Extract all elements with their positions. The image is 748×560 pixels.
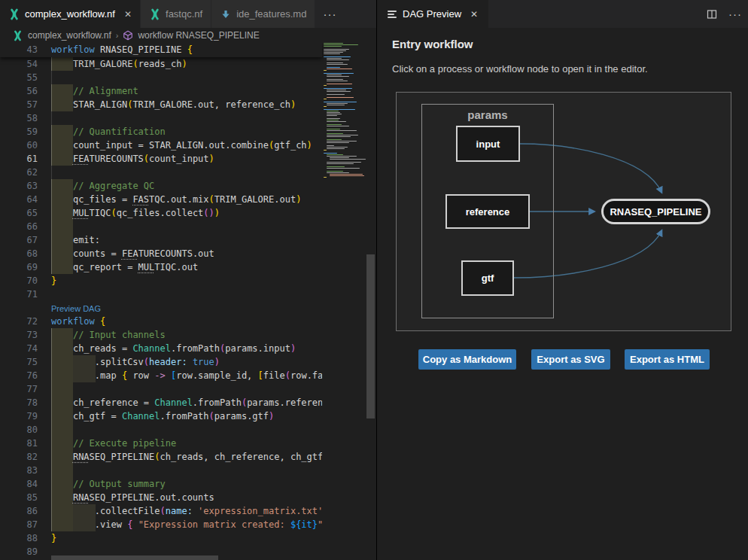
indent-guide: [51, 423, 52, 437]
minimap-line: [327, 142, 349, 143]
code-line[interactable]: 57 STAR_ALIGN(TRIM_GALORE.out, reference…: [0, 98, 322, 111]
minimap-line: [327, 121, 346, 122]
code-line[interactable]: 66: [0, 220, 322, 233]
panel-description: Click on a process or workflow node to o…: [392, 63, 648, 75]
indent-guide: [51, 71, 52, 84]
code-line[interactable]: 61 FEATURECOUNTS(count_input): [0, 152, 322, 166]
line-number: 65: [0, 206, 38, 220]
code-line[interactable]: 79 ch_gtf = Channel.fromPath(params.gtf): [0, 409, 322, 423]
line-number: 70: [0, 274, 38, 288]
breadcrumb: complex_workflow.nf › workflow RNASEQ_PI…: [0, 28, 376, 43]
node-reference[interactable]: reference: [445, 194, 530, 229]
code-line[interactable]: 68 counts = FEATURECOUNTS.out: [0, 247, 322, 260]
export-as-svg-button[interactable]: Export as SVG: [531, 349, 610, 370]
minimap-line: [327, 91, 351, 92]
tab-ide-features[interactable]: ide_features.md: [211, 0, 315, 28]
code-line[interactable]: 56 // Alignment: [0, 84, 322, 98]
code-line[interactable]: 73 // Input channels: [0, 328, 322, 342]
minimap[interactable]: [324, 43, 366, 560]
line-number: 83: [0, 464, 38, 477]
tab-dag-preview[interactable]: DAG Preview ✕: [377, 0, 488, 28]
breadcrumb-symbol[interactable]: workflow RNASEQ_PIPELINE: [138, 30, 259, 41]
code-line[interactable]: 58: [0, 111, 322, 125]
code-line[interactable]: 63 // Aggregate QC: [0, 179, 322, 193]
code-line[interactable]: 54 TRIM_GALORE(reads_ch): [0, 57, 322, 71]
tab-label: ide_features.md: [236, 8, 306, 20]
line-number: 80: [0, 423, 38, 437]
code-editor[interactable]: 54 TRIM_GALORE(reads_ch)5556 // Alignmen…: [0, 43, 376, 560]
code-line[interactable]: 86 .collectFile(name: 'expression_matrix…: [0, 504, 322, 518]
minimap-line: [324, 53, 340, 54]
minimap-line: [324, 46, 342, 47]
code-line[interactable]: 75 .splitCsv(header: true): [0, 355, 322, 369]
code-line[interactable]: 69 qc_report = MULTIQC.out: [0, 260, 322, 274]
minimap-line: [327, 64, 348, 65]
horizontal-scrollbar[interactable]: [51, 555, 218, 560]
close-icon[interactable]: ✕: [124, 9, 132, 20]
code-line[interactable]: 74 ch_reads = Channel.fromPath(params.in…: [0, 342, 322, 355]
node-input[interactable]: input: [456, 126, 520, 162]
dag-preview-panel: DAG Preview ✕ ··· Entry workflow Click o…: [377, 0, 748, 560]
code-line[interactable]: 55: [0, 71, 322, 84]
indent-highlight: [51, 220, 73, 233]
code-line[interactable]: 82 RNASEQ_PIPELINE(ch_reads, ch_referenc…: [0, 450, 322, 464]
nextflow-icon: [12, 30, 23, 41]
minimap-line: [324, 99, 327, 99]
indent-guide: [51, 111, 52, 125]
line-number: 63: [0, 179, 38, 193]
line-number: 73: [0, 328, 38, 342]
copy-as-markdown-button[interactable]: Copy as Markdown: [418, 349, 516, 370]
code-line[interactable]: 84 // Output summary: [0, 477, 322, 491]
close-icon[interactable]: ✕: [470, 9, 478, 20]
code-line[interactable]: 70}: [0, 274, 322, 288]
code-line[interactable]: 78 ch_reference = Channel.fromPath(param…: [0, 396, 322, 409]
line-number: 68: [0, 247, 38, 260]
code-line[interactable]: 67 emit:: [0, 233, 322, 247]
code-line[interactable]: 72workflow {: [0, 315, 322, 328]
export-as-html-button[interactable]: Export as HTML: [625, 349, 710, 370]
line-number: 85: [0, 491, 38, 504]
minimap-line: [324, 106, 327, 107]
node-rnaseq-pipeline[interactable]: RNASEQ_PIPELINE: [601, 199, 710, 224]
code-line[interactable]: 87 .view { "Expression matrix created: $…: [0, 518, 322, 531]
code-line[interactable]: 88}: [0, 531, 322, 545]
line-number: 66: [0, 220, 38, 233]
minimap-line: [327, 94, 345, 95]
code-line[interactable]: 77: [0, 382, 322, 396]
preview-lines-icon: [388, 9, 397, 20]
line-number: 75: [0, 355, 38, 369]
line-number: 43: [0, 43, 38, 56]
line-number: 72: [0, 315, 38, 328]
code-line[interactable]: 83: [0, 464, 322, 477]
line-number: 89: [0, 545, 38, 558]
line-number: 88: [0, 531, 38, 545]
split-editor-icon[interactable]: [706, 8, 718, 20]
code-line[interactable]: 65 MULTIQC(qc_files.collect()): [0, 206, 322, 220]
code-line[interactable]: 59 // Quantification: [0, 125, 322, 138]
code-lines[interactable]: 54 TRIM_GALORE(reads_ch)5556 // Alignmen…: [0, 57, 322, 558]
vertical-scrollbar[interactable]: [366, 254, 375, 418]
sticky-scroll-line[interactable]: 43workflow RNASEQ_PIPELINE {: [0, 43, 322, 57]
indent-guide: [51, 382, 52, 396]
tab-overflow-button[interactable]: ···: [315, 0, 344, 28]
minimap-line: [327, 105, 345, 105]
codelens-preview-dag-link[interactable]: Preview DAG: [51, 302, 101, 315]
code-line[interactable]: 80: [0, 423, 322, 437]
code-line[interactable]: 64 qc_files = FASTQC.out.mix(TRIM_GALORE…: [0, 193, 322, 206]
tab-label: complex_workflow.nf: [25, 8, 115, 20]
code-line[interactable]: 81 // Execute pipeline: [0, 437, 322, 450]
minimap-line: [327, 130, 357, 131]
nextflow-icon: [149, 8, 161, 20]
more-actions-icon[interactable]: ···: [728, 8, 742, 20]
code-line[interactable]: 76 .map { row -> [row.sample_id, [file(r…: [0, 369, 322, 382]
node-gtf[interactable]: gtf: [461, 260, 514, 296]
tab-fastqc[interactable]: fastqc.nf: [141, 0, 211, 28]
code-line[interactable]: 62: [0, 166, 322, 179]
code-line[interactable]: 85 RNASEQ_PIPELINE.out.counts: [0, 491, 322, 504]
breadcrumb-file[interactable]: complex_workflow.nf: [28, 30, 111, 41]
code-line[interactable]: 60 count_input = STAR_ALIGN.out.combine(…: [0, 138, 322, 152]
tab-complex-workflow[interactable]: complex_workflow.nf ✕: [0, 0, 141, 28]
code-line[interactable]: 71: [0, 288, 322, 301]
codelens-row[interactable]: Preview DAG: [0, 301, 322, 315]
line-number: 61: [0, 152, 38, 166]
